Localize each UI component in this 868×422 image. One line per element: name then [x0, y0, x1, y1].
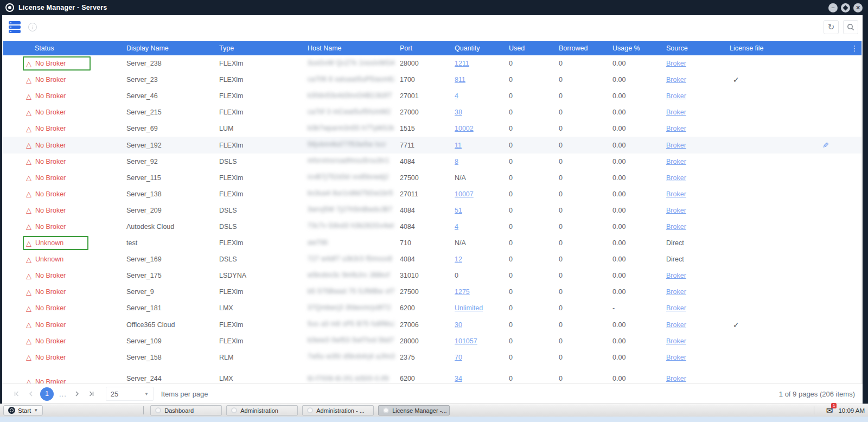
last-page-button[interactable] [84, 387, 98, 401]
first-page-button[interactable] [10, 387, 24, 401]
table-row[interactable]: △ No Broker Server_69 LUM b3b7wparm3n55 … [3, 120, 861, 137]
close-button[interactable]: ✕ [853, 3, 863, 12]
taskbar-task-dashboard[interactable]: Dashboard [150, 405, 222, 415]
table-row[interactable]: △ No Broker Server_138 FLEXlm bs3ua4 8ur… [3, 186, 861, 202]
column-header-usage[interactable]: Usage % [612, 44, 666, 52]
notifications-button[interactable]: ✉ 1 [826, 406, 833, 415]
table-row[interactable]: △ No Broker Server_92 DSLS mfsrvtnsrsadf… [3, 154, 861, 170]
table-row[interactable]: △ No Broker Server_109 FLEXlm b3ww3 0wf5… [3, 333, 861, 349]
source-link[interactable]: Broker [666, 60, 686, 67]
status-label: No Broker [35, 321, 66, 329]
task-app-icon [231, 407, 237, 413]
taskbar-task-license-manager[interactable]: License Manager -... [378, 405, 450, 415]
column-header-type[interactable]: Type [219, 44, 308, 52]
column-header-source[interactable]: Source [666, 44, 730, 52]
source-link[interactable]: Broker [666, 174, 686, 182]
host-name-redacted: b3b7wparm3n55 h7TpM3Jk [308, 124, 394, 132]
quantity-link[interactable]: Unlimited [455, 304, 483, 312]
table-row[interactable]: △ No Broker Autodesk Cloud DSLS 73c7v G8… [3, 219, 861, 235]
column-header-borrowed[interactable]: Borrowed [559, 44, 612, 52]
refresh-button[interactable]: ↻ [824, 20, 839, 34]
source-link[interactable]: Broker [666, 108, 686, 116]
quantity-link[interactable]: 34 [455, 375, 462, 382]
current-page-button[interactable]: 1 [40, 387, 54, 401]
search-button[interactable] [843, 20, 858, 34]
taskbar-task-administration[interactable]: Administration - ... [302, 405, 374, 415]
quantity-link[interactable]: 12 [455, 255, 462, 263]
vertical-scrollbar[interactable] [861, 41, 863, 383]
quantity-link[interactable]: 51 [455, 207, 462, 214]
table-row[interactable]: △ No Broker Server_215 FLEXlm ca7tif 3 m… [3, 104, 861, 120]
column-header-display-name[interactable]: Display Name [126, 44, 219, 52]
license-file-check-icon: ✓ [733, 321, 739, 329]
source-link[interactable]: Broker [666, 190, 686, 198]
source-link[interactable]: Broker [666, 272, 686, 279]
column-header-used[interactable]: Used [509, 44, 559, 52]
type-cell: FLEXlm [219, 337, 308, 345]
quantity-link[interactable]: 30 [455, 321, 462, 329]
app-logo-icon [5, 3, 14, 12]
table-row[interactable]: △ Unknown test FLEXlm aw7t8i 710 N/A 0 0… [3, 235, 861, 251]
table-row[interactable]: △ No Broker Server_115 FLEXlm icvB7j752d… [3, 170, 861, 186]
table-row[interactable]: △ No Broker Server_9 FLEXlm b5 575Bwad 7… [3, 284, 861, 300]
source-link[interactable]: Broker [666, 288, 686, 296]
source-link[interactable]: Broker [666, 92, 686, 100]
quantity-link[interactable]: 11 [455, 142, 462, 149]
host-name-redacted: b3ww3 0wf53 5wf7tvd 5bd7 [308, 336, 394, 344]
table-row[interactable]: △ No Broker Office365 Cloud FLEXlm 5us a… [3, 317, 861, 333]
column-header-port[interactable]: Port [400, 44, 455, 52]
table-row[interactable]: △ No Broker Server_209 DSLS 3wrvj5W 7j27… [3, 202, 861, 219]
quantity-link[interactable]: 811 [455, 76, 465, 84]
info-icon[interactable]: i [28, 23, 37, 31]
quantity-link[interactable]: 4 [455, 92, 458, 100]
source-link[interactable]: Broker [666, 207, 686, 214]
table-row[interactable]: △ No Broker Server_46 FLEXlm k30dv53o4d3… [3, 88, 861, 104]
next-page-button[interactable] [70, 387, 84, 401]
maximize-button[interactable] [841, 3, 850, 12]
usage-cell: 0.00 [612, 239, 666, 247]
more-pages-button[interactable]: ... [56, 390, 70, 398]
column-header-host-name[interactable]: Host Name [308, 44, 400, 52]
quantity-link[interactable]: 4 [455, 223, 458, 231]
used-cell: 0 [509, 223, 559, 231]
quantity-link[interactable]: 1275 [455, 288, 470, 296]
column-menu-kebab-icon[interactable]: ⋮ [851, 41, 858, 55]
table-row[interactable]: △ No Broker Server_181 LMX 37Qmbwrj3 3fd… [3, 300, 861, 316]
page-size-select[interactable]: 25 ▼ [106, 387, 154, 401]
borrowed-cell: 0 [559, 190, 612, 198]
source-link[interactable]: Broker [666, 125, 686, 132]
start-button[interactable]: Start ▼ [3, 405, 43, 415]
source-link[interactable]: Broker [666, 223, 686, 231]
source-link[interactable]: Broker [666, 158, 686, 165]
table-row[interactable]: △ No Broker Server_192 FLEXlm 56jvbm4kd7… [3, 137, 861, 153]
table-row[interactable]: △ No Broker Server_23 FLEXlm ca706 8 xal… [3, 72, 861, 88]
source-link[interactable]: Broker [666, 354, 686, 361]
source-link[interactable]: Broker [666, 321, 686, 329]
source-link[interactable]: Broker [666, 76, 686, 84]
edit-pencil-icon[interactable]: ✎ [822, 141, 829, 150]
source-link[interactable]: Broker [666, 375, 686, 382]
quantity-link[interactable]: 8 [455, 158, 458, 165]
column-header-status[interactable]: Status [23, 44, 126, 52]
quantity-link[interactable]: 10007 [455, 190, 474, 198]
type-cell: LMX [219, 304, 308, 312]
source-link[interactable]: Broker [666, 304, 686, 312]
quantity-link[interactable]: 10002 [455, 125, 474, 132]
column-header-quantity[interactable]: Quantity [455, 44, 509, 52]
source-link[interactable]: Broker [666, 337, 686, 345]
table-row[interactable]: △ No Broker Server_158 RLM 7w5u w35t d5k… [3, 349, 861, 366]
column-header-license-file[interactable]: License file [730, 44, 844, 52]
table-row[interactable]: △ No Broker Server_175 LSDYNA w5kvbiv3c … [3, 267, 861, 284]
taskbar-task-administration[interactable]: Administration [226, 405, 298, 415]
table-row[interactable]: △ No Broker Server_238 FLEXlm 3uxGvW QcZ… [3, 55, 861, 72]
source-link[interactable]: Broker [666, 142, 686, 149]
quantity-link[interactable]: 101057 [455, 337, 477, 345]
previous-page-button[interactable] [24, 387, 38, 401]
quantity-link[interactable]: 1211 [455, 60, 469, 67]
table-row[interactable]: △ No Broker Server_244 LMX 6l-f7006-6l.0… [3, 366, 861, 383]
quantity-link[interactable]: 38 [455, 108, 462, 116]
minimize-button[interactable]: − [828, 3, 838, 12]
servers-list-icon[interactable] [9, 21, 21, 33]
table-row[interactable]: △ Unknown Server_169 DSLS 727 w4df7 u3k3… [3, 251, 861, 267]
quantity-link[interactable]: 70 [455, 354, 462, 361]
